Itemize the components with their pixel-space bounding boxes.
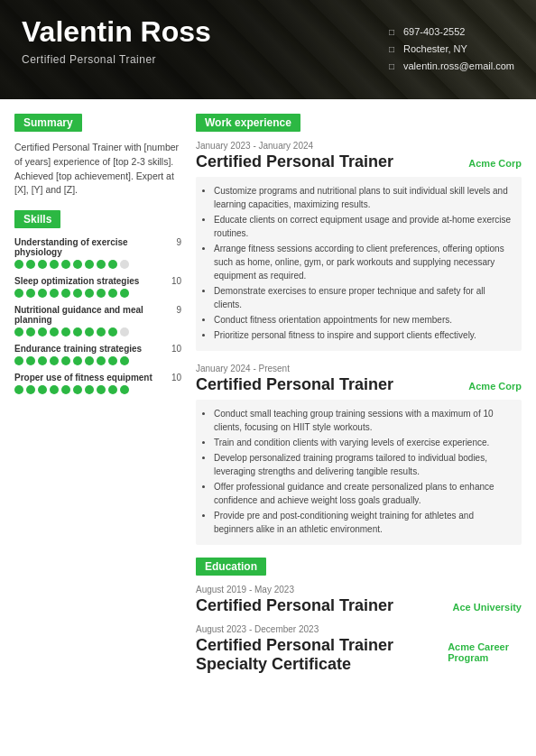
skill-dot: [73, 385, 82, 394]
job-bullet: Offer professional guidance and create p…: [214, 480, 513, 507]
candidate-title: Certified Personal Trainer: [22, 53, 385, 66]
skill-name: Endurance training strategies: [14, 344, 142, 354]
skill-dot: [85, 385, 94, 394]
skill-item: Proper use of fitness equipment10: [14, 373, 181, 394]
skill-name: Sleep optimization strategies: [14, 276, 139, 286]
skill-dot: [26, 327, 35, 337]
job-date: January 2024 - Present: [196, 364, 522, 373]
skill-item: Understanding of exercise physiology9: [14, 237, 181, 269]
skill-dot: [26, 385, 35, 394]
edu-title: Certified Personal Trainer Specialty Cer…: [196, 636, 448, 674]
skill-dot: [120, 289, 129, 298]
skill-dot: [73, 289, 82, 298]
skill-dot: [120, 356, 129, 365]
job-bullet: Train and condition clients with varying…: [214, 436, 513, 449]
summary-text: Certified Personal Trainer with [number …: [14, 141, 181, 198]
job-date: January 2023 - January 2024: [196, 141, 522, 151]
skill-dot: [14, 289, 23, 298]
skill-item: Sleep optimization strategies10: [14, 276, 181, 298]
skill-dot: [97, 289, 106, 298]
job-entry: January 2023 - January 2024Certified Per…: [196, 141, 522, 351]
education-entry: August 2019 - May 2023Certified Personal…: [196, 585, 522, 615]
edu-header: Certified Personal Trainer Specialty Cer…: [196, 636, 522, 674]
skill-score: 9: [176, 305, 181, 315]
skill-dot: [108, 356, 117, 365]
skill-dot: [14, 356, 23, 365]
job-header: Certified Personal TrainerAcme Corp: [196, 152, 522, 171]
skill-dot: [14, 260, 23, 269]
job-bullets: Customize programs and nutritional plans…: [196, 177, 522, 351]
right-column: Work experience January 2023 - January 2…: [196, 114, 522, 683]
job-bullet: Develop personalized training programs t…: [214, 451, 513, 478]
skill-dot: [85, 327, 94, 337]
skill-dot: [50, 260, 59, 269]
skill-dots: [14, 327, 181, 337]
skills-list: Understanding of exercise physiology9Sle…: [14, 237, 181, 394]
skill-dot: [120, 385, 129, 394]
edu-date: August 2019 - May 2023: [196, 585, 522, 595]
job-header: Certified Personal TrainerAcme Corp: [196, 375, 522, 394]
job-bullet: Customize programs and nutritional plans…: [214, 184, 513, 211]
skill-dot: [61, 327, 70, 337]
email-icon: □: [385, 60, 398, 72]
edu-header: Certified Personal TrainerAce University: [196, 596, 522, 615]
skill-dot: [61, 260, 70, 269]
skill-name: Proper use of fitness equipment: [14, 373, 152, 383]
phone-contact: □ 697-403-2552: [385, 25, 466, 38]
job-bullet: Arrange fitness sessions according to cl…: [214, 242, 513, 282]
skill-dot: [120, 327, 129, 337]
skill-dot: [120, 260, 129, 269]
job-bullet: Educate clients on correct equipment usa…: [214, 213, 513, 240]
skill-dot: [38, 356, 47, 365]
skill-dot: [50, 289, 59, 298]
job-bullet: Conduct small teaching group training se…: [214, 407, 513, 434]
main-body: Summary Certified Personal Trainer with …: [0, 99, 536, 697]
skill-dot: [85, 289, 94, 298]
job-company: Acme Corp: [468, 158, 522, 169]
skills-section: Skills Understanding of exercise physiol…: [14, 210, 181, 394]
skill-dot: [108, 260, 117, 269]
summary-header: Summary: [14, 114, 82, 132]
skill-dots: [14, 260, 181, 269]
skill-dots: [14, 385, 181, 394]
skill-score: 10: [171, 373, 181, 383]
skill-dot: [14, 327, 23, 337]
skill-dot: [108, 289, 117, 298]
skill-dot: [108, 327, 117, 337]
skill-dot: [14, 385, 23, 394]
skill-dot: [38, 327, 47, 337]
location-text: Rochester, NY: [403, 43, 467, 54]
edu-title: Certified Personal Trainer: [196, 596, 393, 615]
skill-dot: [97, 356, 106, 365]
header-left: Valentin Ross Certified Personal Trainer: [22, 16, 385, 66]
skill-dot: [26, 289, 35, 298]
edu-date: August 2023 - December 2023: [196, 624, 522, 634]
skill-dot: [97, 260, 106, 269]
candidate-name: Valentin Ross: [22, 16, 385, 48]
skill-dot: [61, 356, 70, 365]
edu-institution: Acme Career Program: [448, 641, 522, 663]
skill-dots: [14, 356, 181, 365]
skill-dot: [97, 385, 106, 394]
work-experience-section: Work experience January 2023 - January 2…: [196, 114, 522, 545]
job-company: Acme Corp: [468, 381, 522, 392]
job-bullets: Conduct small teaching group training se…: [196, 400, 522, 545]
skill-dot: [97, 327, 106, 337]
skill-score: 9: [176, 237, 181, 247]
skills-header: Skills: [14, 210, 60, 228]
skill-dot: [26, 260, 35, 269]
skill-dot: [38, 385, 47, 394]
education-list: August 2019 - May 2023Certified Personal…: [196, 585, 522, 674]
job-title: Certified Personal Trainer: [196, 375, 393, 394]
job-title: Certified Personal Trainer: [196, 152, 393, 171]
job-bullet: Demonstrate exercises to ensure proper t…: [214, 284, 513, 311]
job-bullet: Prioritize personal fitness to inspire a…: [214, 328, 513, 342]
skill-dot: [73, 327, 82, 337]
location-icon: □: [385, 42, 398, 55]
skill-dot: [108, 385, 117, 394]
edu-institution: Ace University: [453, 602, 522, 613]
skill-score: 10: [171, 276, 181, 286]
summary-section: Summary Certified Personal Trainer with …: [14, 114, 181, 198]
job-bullet: Conduct fitness orientation appointments…: [214, 313, 513, 327]
skill-dot: [73, 356, 82, 365]
